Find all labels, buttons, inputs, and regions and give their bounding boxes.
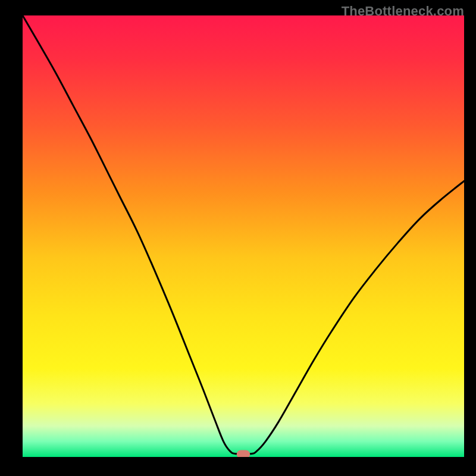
chart-frame: TheBottleneck.com bbox=[0, 0, 476, 476]
gradient-background bbox=[23, 15, 464, 457]
optimal-marker bbox=[237, 450, 250, 457]
bottleneck-chart bbox=[23, 15, 464, 457]
